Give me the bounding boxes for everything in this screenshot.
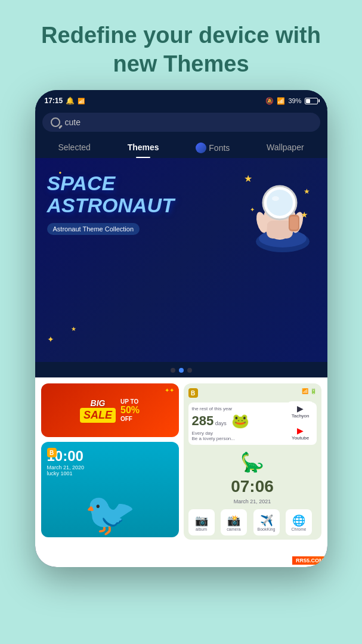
hero-title: Redefine your device with new Themes [24, 21, 338, 78]
status-time: 17:15 [45, 97, 63, 105]
nav-tabs: Selected Themes Fonts Wallpaper [35, 135, 327, 158]
phone-mockup: 17:15 🔔 📶 🔕 📶 39% cute Selected Themes F… [35, 90, 327, 567]
discount-text: UP TO 50% OFF [120, 398, 140, 422]
status-misc-icon: 📶 [78, 98, 85, 104]
dot-1[interactable] [171, 368, 175, 373]
days-label: days [215, 420, 227, 426]
dino-time: 07:06 [188, 477, 317, 496]
b-icon: B [47, 448, 57, 457]
svg-point-5 [267, 190, 293, 216]
svg-text:★: ★ [301, 210, 308, 219]
tab-fonts[interactable]: Fonts [191, 140, 234, 158]
banner-title: Space Astronaut [47, 172, 208, 217]
dino-card[interactable]: B 📶🔋 the rest of this year 285 days 🐸 [184, 383, 321, 540]
youtube-widget: ▶ Youtube [287, 423, 314, 443]
right-mini-widgets: ▶ Tachyon ▶ Youtube [287, 401, 314, 443]
sale-card[interactable]: BIG SALE UP TO 50% OFF ✦✦ [41, 383, 179, 437]
status-volume-icon: 🔔 [66, 97, 75, 105]
wifi-icon: 📶 [277, 97, 285, 105]
youtube-label: Youtube [292, 435, 310, 441]
bird-card-lucky: lucky 1001 [47, 470, 85, 476]
star-deco-1: ✦ [47, 335, 54, 344]
svg-point-6 [272, 196, 279, 201]
search-bar[interactable]: cute [42, 113, 320, 132]
status-left: 17:15 🔔 📶 [45, 97, 85, 105]
svg-text:★: ★ [244, 174, 252, 184]
hero-banner[interactable]: Space Astronaut Astronaut Theme Collecti… [35, 158, 327, 362]
tab-selected[interactable]: Selected [53, 140, 95, 158]
astronaut-illustration: ★ ★ ✦ ★ [238, 164, 315, 247]
bird-card[interactable]: 10:00 March 21, 2020 lucky 1001 B 🐦 [41, 442, 179, 537]
dot-2[interactable] [179, 368, 184, 373]
camera-icon[interactable]: 📸 camera [221, 509, 247, 535]
chrome-icon[interactable]: 🌐 Chrome [286, 509, 312, 535]
planet-icon [196, 143, 206, 153]
tachyon-label: Tachyon [292, 413, 310, 419]
bird-card-date: March 21, 2020 [47, 465, 85, 470]
dino-emoji: 🦕 [188, 451, 317, 473]
dino-date: March 21, 2021 [188, 499, 317, 504]
dino-icon-grid: 📷 album 📸 camera ✈️ BookKing 🌐 Chrome [188, 509, 317, 535]
search-input[interactable]: cute [65, 117, 81, 127]
right-card-column: B 📶🔋 the rest of this year 285 days 🐸 [184, 383, 321, 561]
dino-b-icon: B [188, 388, 198, 398]
deco-stars: ✦✦ [165, 387, 174, 394]
search-icon [51, 117, 60, 127]
status-right: 🔕 📶 39% [265, 97, 317, 105]
big-sale-text: BIG [80, 398, 116, 408]
sale-label: SALE [83, 409, 112, 422]
dot-3[interactable] [187, 368, 192, 373]
left-card-column: BIG SALE UP TO 50% OFF ✦✦ [41, 383, 179, 561]
banner-subtitle: Astronaut Theme Collection [47, 223, 140, 235]
album-icon[interactable]: 📷 album [188, 509, 215, 535]
svg-text:★: ★ [304, 187, 310, 196]
battery-percent: 39% [288, 97, 301, 104]
svg-rect-14 [290, 216, 298, 230]
battery-icon [305, 98, 318, 104]
svg-text:✦: ✦ [250, 206, 255, 213]
hero-section: Redefine your device with new Themes [0, 0, 362, 90]
bird-illustration: 🐦 [84, 493, 136, 535]
frog-emoji: 🐸 [231, 413, 249, 429]
tachyon-widget: ▶ Tachyon [287, 401, 314, 421]
dino-signal: 📶🔋 [302, 388, 317, 398]
cards-section: BIG SALE UP TO 50% OFF ✦✦ [35, 377, 327, 567]
banner-dots [35, 362, 327, 377]
tab-themes[interactable]: Themes [123, 140, 164, 158]
tab-wallpaper[interactable]: Wallpaper [262, 140, 309, 158]
watermark: RR55.COM [292, 556, 327, 565]
days-count: 285 [192, 413, 214, 428]
bell-icon: 🔕 [265, 97, 274, 105]
booking-icon[interactable]: ✈️ BookKing [253, 509, 280, 535]
star-deco-2: ★ [71, 326, 76, 332]
dino-status: B 📶🔋 [188, 388, 317, 398]
status-bar: 17:15 🔔 📶 🔕 📶 39% [35, 90, 327, 109]
